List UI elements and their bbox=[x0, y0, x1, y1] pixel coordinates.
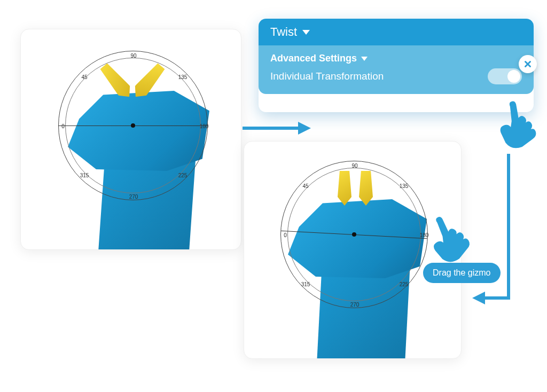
close-button[interactable] bbox=[519, 55, 537, 73]
viewport-before: 0 45 90 135 180 225 270 315 bbox=[20, 29, 241, 250]
individual-transformation-toggle[interactable] bbox=[488, 68, 522, 84]
tick-135: 135 bbox=[400, 183, 409, 189]
close-icon bbox=[523, 59, 533, 69]
model-horn-right bbox=[359, 171, 373, 206]
panel-header[interactable]: Twist bbox=[259, 19, 534, 45]
chevron-down-icon bbox=[302, 30, 310, 35]
tick-315: 315 bbox=[301, 281, 310, 287]
twist-panel: Twist Advanced Settings Individual Trans… bbox=[259, 19, 534, 112]
drag-tooltip: Drag the gizmo bbox=[423, 263, 501, 283]
section-header[interactable]: Advanced Settings bbox=[270, 53, 522, 64]
tick-0: 0 bbox=[61, 123, 65, 129]
tick-90: 90 bbox=[351, 163, 357, 169]
svg-marker-2 bbox=[472, 292, 485, 304]
viewport-after: 0 45 90 135 180 225 270 315 bbox=[244, 141, 462, 359]
chevron-down-icon bbox=[361, 57, 368, 61]
toggle-knob bbox=[507, 70, 520, 83]
tooltip-text: Drag the gizmo bbox=[433, 268, 491, 277]
tick-135: 135 bbox=[178, 74, 187, 80]
panel-title: Twist bbox=[270, 25, 297, 39]
model-horn-left bbox=[338, 171, 351, 206]
model-head bbox=[68, 91, 209, 171]
tick-90: 90 bbox=[130, 53, 136, 59]
tick-45: 45 bbox=[302, 183, 308, 189]
tick-315: 315 bbox=[80, 173, 89, 178]
svg-marker-1 bbox=[298, 122, 311, 135]
tick-0: 0 bbox=[284, 232, 287, 238]
model-head bbox=[288, 199, 427, 278]
section-title-text: Advanced Settings bbox=[270, 53, 357, 64]
toggle-label: Individual Transformation bbox=[270, 70, 384, 82]
tick-45: 45 bbox=[81, 74, 87, 80]
